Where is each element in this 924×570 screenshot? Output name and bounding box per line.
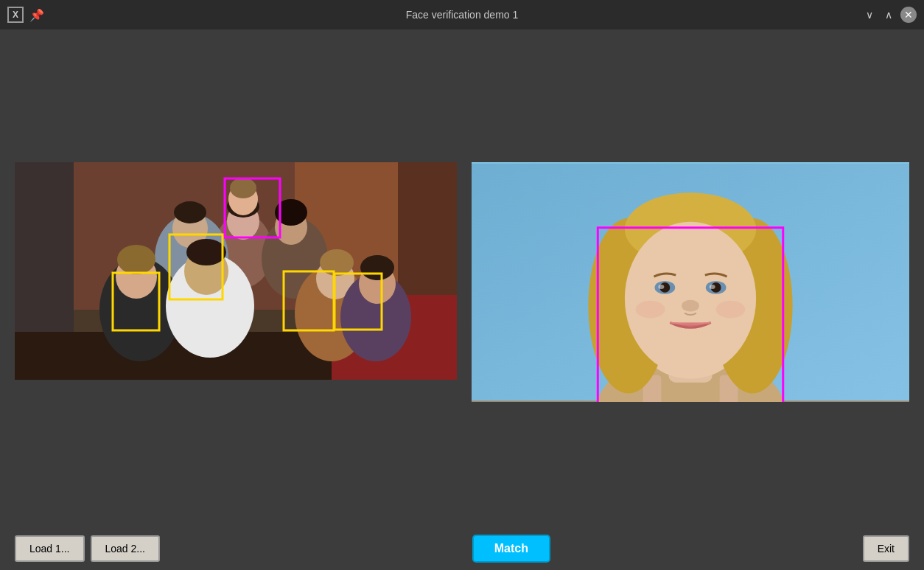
svg-point-24: [230, 178, 256, 198]
svg-point-52: [710, 285, 715, 289]
single-photo: [472, 162, 909, 402]
match-button[interactable]: Match: [472, 535, 550, 563]
svg-point-55: [716, 301, 746, 319]
title-bar-left: X 📌: [7, 7, 44, 23]
close-button[interactable]: ✕: [900, 7, 917, 23]
load-buttons: Load 1... Load 2...: [15, 535, 160, 562]
window-title: Face verification demo 1: [406, 9, 519, 21]
maximize-button[interactable]: ∧: [881, 7, 896, 22]
left-image-container: [15, 162, 457, 380]
images-row: [15, 162, 909, 402]
svg-point-22: [186, 239, 226, 265]
single-photo-svg: [472, 162, 909, 402]
svg-rect-4: [398, 162, 457, 310]
right-image-container: [472, 162, 909, 402]
svg-point-46: [625, 222, 756, 375]
svg-point-30: [360, 255, 394, 280]
title-bar-controls: ∨ ∧ ✕: [862, 7, 917, 23]
load1-button[interactable]: Load 1...: [15, 535, 85, 562]
svg-point-16: [174, 201, 206, 223]
pin-icon[interactable]: 📌: [29, 8, 44, 22]
svg-point-51: [658, 285, 664, 289]
load2-button[interactable]: Load 2...: [91, 535, 161, 562]
svg-point-54: [636, 301, 665, 319]
svg-point-53: [682, 300, 699, 312]
group-photo-svg: [15, 162, 457, 380]
svg-point-19: [117, 245, 155, 274]
main-content: Load 1... Load 2... Match Exit: [0, 29, 924, 570]
group-photo: [15, 162, 457, 380]
x-logo-icon: X: [7, 7, 24, 23]
title-bar: X 📌 Face verification demo 1 ∨ ∧ ✕: [0, 0, 924, 29]
bottom-controls: Load 1... Load 2... Match Exit: [0, 535, 924, 563]
exit-button[interactable]: Exit: [863, 535, 909, 562]
minimize-button[interactable]: ∨: [862, 7, 877, 22]
